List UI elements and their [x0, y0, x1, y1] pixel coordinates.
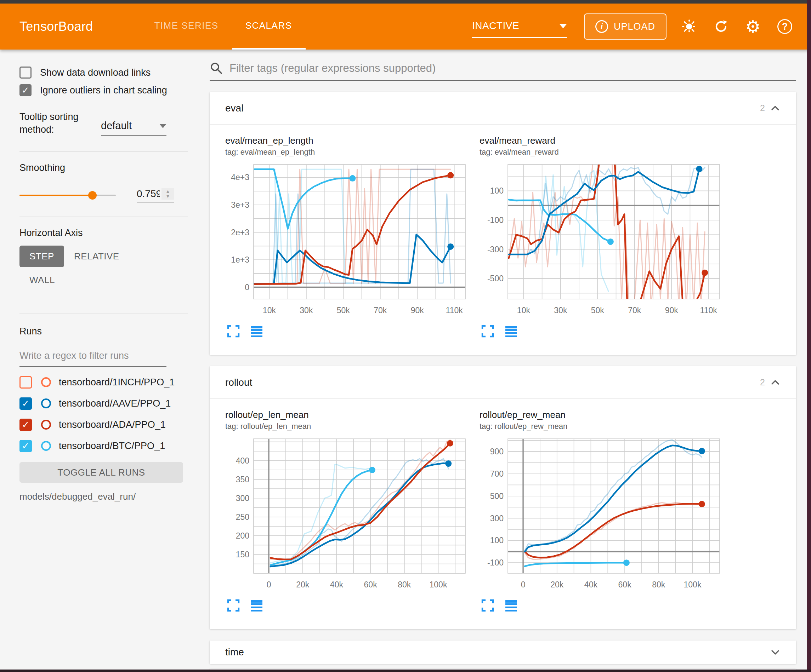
svg-text:20k: 20k — [550, 580, 564, 589]
chevron-up-icon[interactable] — [770, 379, 780, 386]
svg-text:0: 0 — [245, 283, 249, 292]
smoothing-slider-knob[interactable] — [88, 191, 97, 200]
series-end-dot — [445, 460, 451, 467]
brightness-toggle-button[interactable] — [680, 17, 698, 36]
axis-option-wall[interactable]: WALL — [19, 269, 65, 291]
status-dropdown-value: INACTIVE — [472, 20, 519, 32]
help-button[interactable]: ? — [775, 17, 794, 36]
chart-toolbar — [225, 325, 470, 338]
svg-text:80k: 80k — [398, 580, 411, 589]
axis-option-relative[interactable]: RELATIVE — [64, 245, 129, 267]
series-end-dot — [699, 448, 705, 454]
svg-text:150: 150 — [236, 550, 249, 559]
ignore-outliers-checkbox[interactable]: ✓ — [19, 84, 32, 96]
chevron-up-icon[interactable] — [770, 105, 780, 112]
run-checkbox[interactable]: ✓ — [19, 440, 32, 452]
section-header-time[interactable]: time — [210, 640, 796, 664]
chart-tag: tag: rollout/ep_len_mean — [225, 422, 470, 431]
data-table-icon[interactable] — [250, 325, 263, 338]
show-download-links-row[interactable]: Show data download links — [19, 66, 188, 79]
chart-tag: tag: eval/mean_ep_length — [225, 147, 470, 157]
refresh-button[interactable] — [712, 17, 730, 36]
svg-text:4e+3: 4e+3 — [231, 173, 249, 182]
chart-plot[interactable]: 10k30k50k70k90k110k100-100-300-500 — [480, 161, 724, 320]
series-line-raw — [525, 503, 702, 559]
chart-panel: eval/mean_ep_lengthtag: eval/mean_ep_len… — [225, 135, 470, 338]
data-table-icon[interactable] — [504, 325, 518, 338]
checkmark-icon: ✓ — [22, 86, 29, 95]
series-line — [525, 445, 702, 552]
settings-button[interactable]: ⚙ — [744, 17, 762, 36]
chart-plot[interactable]: 10k30k50k70k90k110k4e+33e+32e+31e+30 — [225, 161, 470, 320]
stepper-up-icon[interactable]: ▲ — [166, 189, 170, 194]
run-row[interactable]: tensorboard/1INCH/PPO_1 — [19, 372, 188, 393]
upload-button[interactable]: i UPLOAD — [584, 14, 667, 40]
smoothing-stepper[interactable]: ▲ ▼ — [161, 188, 174, 200]
series-line-raw — [254, 169, 451, 284]
svg-text:100: 100 — [490, 536, 504, 545]
section-title: rollout — [225, 377, 252, 388]
svg-text:40k: 40k — [330, 580, 344, 589]
section-card-time: time — [210, 640, 796, 664]
data-table-icon[interactable] — [504, 599, 518, 612]
status-dropdown[interactable]: INACTIVE — [472, 20, 567, 38]
svg-text:-100: -100 — [487, 215, 504, 225]
tab-time-series[interactable]: TIME SERIES — [141, 3, 232, 49]
tag-filter-input[interactable] — [229, 62, 796, 74]
run-row[interactable]: ✓tensorboard/BTC/PPO_1 — [19, 435, 188, 457]
run-color-circle — [41, 441, 51, 451]
runs-filter-input[interactable] — [19, 350, 166, 367]
axis-option-step[interactable]: STEP — [19, 245, 64, 267]
horizontal-axis-label: Horizontal Axis — [19, 228, 188, 239]
chart-toolbar — [225, 599, 470, 612]
series-line — [271, 463, 448, 567]
svg-text:1e+3: 1e+3 — [231, 255, 249, 264]
tooltip-sorting-dropdown[interactable]: default — [101, 120, 166, 136]
smoothing-value-input[interactable] — [137, 188, 161, 200]
svg-text:10k: 10k — [517, 306, 531, 315]
chart-title: eval/mean_reward — [480, 135, 724, 146]
svg-text:50k: 50k — [591, 306, 604, 315]
run-checkbox[interactable]: ✓ — [19, 398, 32, 410]
section-header-eval[interactable]: eval2 — [210, 92, 796, 125]
chart-plot[interactable]: 020k40k60k80k100k900700500300100-100 — [480, 435, 724, 594]
svg-text:-500: -500 — [487, 274, 504, 283]
runs-base-path: models/debugged_eval_run/ — [19, 491, 188, 502]
series-line — [525, 504, 702, 558]
fullscreen-icon[interactable] — [227, 599, 240, 612]
run-row[interactable]: ✓tensorboard/ADA/PPO_1 — [19, 414, 188, 435]
fullscreen-icon[interactable] — [227, 325, 240, 338]
ignore-outliers-row[interactable]: ✓ Ignore outliers in chart scaling — [19, 84, 188, 96]
chevron-down-icon — [159, 124, 166, 128]
divider — [19, 217, 188, 217]
fullscreen-icon[interactable] — [481, 325, 494, 338]
smoothing-label: Smoothing — [19, 162, 188, 173]
section-charts-row: eval/mean_ep_lengthtag: eval/mean_ep_len… — [210, 125, 796, 355]
series-end-dot — [447, 440, 453, 447]
chart-toolbar — [480, 325, 724, 338]
search-icon — [210, 62, 223, 75]
chevron-down-icon[interactable] — [770, 648, 780, 656]
gear-icon: ⚙ — [745, 18, 760, 35]
tab-scalars[interactable]: SCALARS — [232, 3, 305, 49]
series-line-raw — [509, 161, 705, 308]
svg-text:30k: 30k — [300, 306, 313, 315]
fullscreen-icon[interactable] — [481, 599, 494, 612]
smoothing-slider-fill — [19, 195, 92, 196]
data-table-icon[interactable] — [250, 599, 263, 612]
svg-text:-100: -100 — [487, 558, 504, 567]
chart-plot[interactable]: 020k40k60k80k100k400350300250200150 — [225, 435, 470, 594]
show-download-links-checkbox[interactable] — [19, 66, 32, 79]
series-end-dot — [623, 559, 629, 566]
run-label: tensorboard/AAVE/PPO_1 — [59, 398, 171, 409]
stepper-down-icon[interactable]: ▼ — [166, 194, 170, 199]
toggle-all-runs-button[interactable]: TOGGLE ALL RUNS — [19, 462, 183, 483]
run-checkbox[interactable]: ✓ — [19, 419, 32, 431]
window-right-edge — [807, 0, 811, 672]
section-header-rollout[interactable]: rollout2 — [210, 366, 796, 399]
run-checkbox[interactable] — [19, 376, 32, 389]
smoothing-slider[interactable] — [19, 195, 116, 196]
settings-sidebar: Show data download links ✓ Ignore outlie… — [0, 49, 188, 672]
chart-title: rollout/ep_len_mean — [225, 410, 470, 420]
run-row[interactable]: ✓tensorboard/AAVE/PPO_1 — [19, 393, 188, 414]
